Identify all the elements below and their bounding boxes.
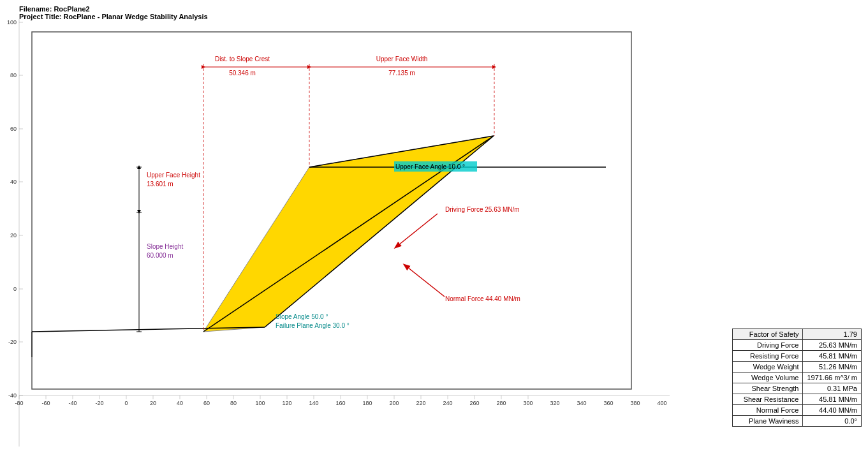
svg-text:300: 300	[523, 400, 533, 406]
result-label-6: Shear Resistance	[733, 394, 803, 405]
result-value-3: 51.26 MN/m	[803, 362, 862, 373]
svg-text:180: 180	[362, 400, 372, 406]
result-label-5: Shear Strength	[733, 383, 803, 394]
result-value-5: 0.31 MPa	[803, 383, 862, 394]
svg-text:-20: -20	[95, 400, 103, 406]
svg-text:280: 280	[496, 400, 506, 406]
results-table: Factor of Safety1.79Driving Force25.63 M…	[732, 328, 862, 427]
svg-text:140: 140	[309, 400, 318, 406]
svg-text:-20: -20	[8, 339, 17, 345]
svg-text:-80: -80	[15, 400, 23, 406]
result-label-1: Driving Force	[733, 340, 803, 351]
svg-text:60: 60	[10, 126, 17, 132]
result-label-3: Wedge Weight	[733, 362, 803, 373]
upper-face-width-label: Upper Face Width	[376, 55, 428, 63]
svg-text:60: 60	[203, 400, 210, 406]
result-value-7: 44.40 MN/m	[803, 405, 862, 416]
svg-text:100: 100	[7, 19, 17, 26]
svg-text:340: 340	[577, 400, 586, 406]
slope-height-value: 60.000 m	[147, 252, 173, 259]
main-container: Filename: RocPlane2 Project Title: RocPl…	[0, 0, 868, 465]
upper-face-height-label: Upper Face Height	[147, 172, 200, 179]
svg-text:20: 20	[10, 232, 17, 239]
svg-text:-40: -40	[8, 392, 17, 399]
normal-force-label: Normal Force 44.40 MN/m	[445, 295, 520, 302]
upper-face-angle-label: Upper Face Angle 10.0 °	[395, 163, 465, 170]
svg-text:320: 320	[550, 400, 559, 406]
svg-text:40: 40	[177, 400, 183, 406]
svg-text:120: 120	[282, 400, 291, 406]
svg-text:80: 80	[230, 400, 237, 406]
svg-text:200: 200	[389, 400, 399, 406]
svg-text:260: 260	[469, 400, 479, 406]
svg-text:-40: -40	[68, 400, 77, 406]
svg-text:360: 360	[603, 400, 613, 406]
dist-slope-crest-value: 50.346 m	[229, 70, 256, 77]
diagram-svg: -80 -60 -40 -20 0 20 40 60 80 100 120 14…	[0, 0, 702, 465]
failure-plane-angle-label: Failure Plane Angle 30.0 °	[276, 322, 349, 329]
result-value-4: 1971.66 m^3/ m	[803, 373, 862, 383]
svg-text:0: 0	[124, 400, 128, 406]
result-value-1: 25.63 MN/m	[803, 340, 862, 351]
upper-face-height-value: 13.601 m	[147, 181, 173, 188]
svg-text:400: 400	[657, 400, 666, 406]
svg-text:160: 160	[335, 400, 345, 406]
svg-text:40: 40	[10, 179, 17, 185]
driving-force-label: Driving Force 25.63 MN/m	[445, 206, 520, 213]
svg-text:220: 220	[416, 400, 425, 406]
result-label-7: Normal Force	[733, 405, 803, 416]
upper-face-width-value: 77.135 m	[388, 70, 415, 77]
svg-text:0: 0	[13, 286, 17, 292]
slope-height-label: Slope Height	[147, 243, 183, 250]
result-label-2: Resisting Force	[733, 351, 803, 362]
svg-text:-60: -60	[41, 400, 50, 406]
dist-slope-crest-label: Dist. to Slope Crest	[215, 55, 270, 63]
slope-angle-label: Slope Angle 50.0 °	[276, 313, 328, 320]
svg-text:240: 240	[443, 400, 452, 406]
svg-text:80: 80	[10, 72, 17, 78]
result-label-4: Wedge Volume	[733, 373, 803, 383]
result-value-2: 45.81 MN/m	[803, 351, 862, 362]
result-value-0: 1.79	[803, 329, 862, 340]
svg-text:100: 100	[255, 400, 265, 406]
svg-text:380: 380	[630, 400, 640, 406]
svg-text:20: 20	[150, 400, 156, 406]
result-label-8: Plane Waviness	[733, 416, 803, 427]
result-value-6: 45.81 MN/m	[803, 394, 862, 405]
result-value-8: 0.0°	[803, 416, 862, 427]
result-label-0: Factor of Safety	[733, 329, 803, 340]
